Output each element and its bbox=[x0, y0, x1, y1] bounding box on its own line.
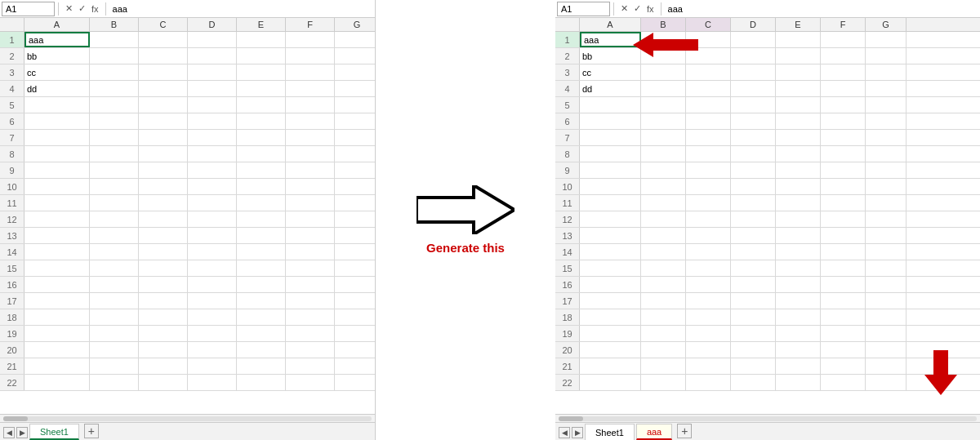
cell[interactable] bbox=[821, 162, 866, 178]
cell[interactable] bbox=[335, 375, 375, 390]
cell[interactable] bbox=[90, 195, 139, 211]
cell[interactable] bbox=[188, 293, 237, 309]
cell[interactable] bbox=[286, 211, 335, 227]
cell[interactable] bbox=[731, 64, 776, 80]
left-formula-input[interactable] bbox=[109, 2, 373, 16]
cell[interactable] bbox=[776, 244, 821, 260]
cell[interactable] bbox=[821, 146, 866, 162]
cell[interactable] bbox=[188, 342, 237, 358]
cell[interactable]: cc bbox=[24, 64, 90, 80]
cell[interactable] bbox=[90, 162, 139, 178]
left-name-box[interactable]: A1 bbox=[2, 2, 55, 16]
cell[interactable] bbox=[188, 244, 237, 260]
right-scrollbar-track[interactable] bbox=[559, 416, 977, 421]
cell[interactable] bbox=[335, 342, 375, 358]
cell[interactable] bbox=[237, 293, 286, 309]
cell[interactable] bbox=[866, 195, 906, 211]
cell[interactable] bbox=[866, 179, 906, 194]
cell[interactable] bbox=[821, 64, 866, 80]
cell[interactable] bbox=[90, 146, 139, 162]
cell[interactable] bbox=[580, 293, 641, 309]
right-col-header-g[interactable]: G bbox=[866, 18, 906, 31]
cell[interactable] bbox=[776, 358, 821, 374]
cell[interactable] bbox=[641, 326, 686, 341]
cell[interactable] bbox=[237, 97, 286, 113]
left-col-header-b[interactable]: B bbox=[90, 18, 139, 31]
cell[interactable] bbox=[641, 195, 686, 211]
cell[interactable] bbox=[139, 130, 188, 145]
cell[interactable] bbox=[641, 244, 686, 260]
cell[interactable] bbox=[286, 358, 335, 374]
cell[interactable] bbox=[286, 179, 335, 194]
cell[interactable] bbox=[139, 342, 188, 358]
cell[interactable] bbox=[580, 277, 641, 292]
cell[interactable] bbox=[821, 130, 866, 145]
right-col-header-d[interactable]: D bbox=[731, 18, 776, 31]
cell[interactable] bbox=[641, 309, 686, 325]
cell[interactable] bbox=[286, 130, 335, 145]
right-scrollbar[interactable] bbox=[555, 414, 980, 422]
right-name-box[interactable]: A1 bbox=[557, 2, 610, 16]
cell[interactable] bbox=[580, 375, 641, 390]
cell[interactable] bbox=[188, 146, 237, 162]
cell[interactable] bbox=[580, 260, 641, 276]
cell[interactable] bbox=[866, 113, 906, 129]
cell[interactable] bbox=[24, 195, 90, 211]
cell[interactable] bbox=[776, 342, 821, 358]
cell[interactable] bbox=[188, 81, 237, 96]
right-cancel-icon[interactable]: ✕ bbox=[619, 3, 630, 14]
right-col-header-b[interactable]: B bbox=[641, 18, 686, 31]
cell[interactable] bbox=[686, 162, 731, 178]
left-confirm-icon[interactable]: ✓ bbox=[77, 3, 87, 14]
cell[interactable] bbox=[731, 146, 776, 162]
cell[interactable] bbox=[90, 64, 139, 80]
cell[interactable] bbox=[139, 97, 188, 113]
cell[interactable] bbox=[866, 97, 906, 113]
cell[interactable]: dd bbox=[24, 81, 90, 96]
right-tab-next[interactable]: ▶ bbox=[572, 427, 583, 438]
right-col-header-c[interactable]: C bbox=[686, 18, 731, 31]
cell[interactable] bbox=[731, 162, 776, 178]
cell[interactable] bbox=[237, 260, 286, 276]
left-scrollbar-thumb[interactable] bbox=[3, 416, 28, 421]
cell[interactable] bbox=[237, 130, 286, 145]
cell[interactable] bbox=[686, 130, 731, 145]
cell[interactable] bbox=[580, 113, 641, 129]
cell[interactable] bbox=[286, 293, 335, 309]
cell[interactable] bbox=[335, 32, 375, 47]
cell[interactable] bbox=[335, 228, 375, 243]
cell[interactable] bbox=[686, 113, 731, 129]
cell[interactable] bbox=[286, 113, 335, 129]
cell[interactable] bbox=[821, 309, 866, 325]
cell[interactable] bbox=[90, 326, 139, 341]
cell[interactable] bbox=[237, 146, 286, 162]
cell[interactable] bbox=[731, 81, 776, 96]
cell[interactable] bbox=[686, 97, 731, 113]
left-col-header-a[interactable]: A bbox=[24, 18, 90, 31]
cell[interactable] bbox=[776, 113, 821, 129]
cell[interactable] bbox=[335, 358, 375, 374]
cell[interactable] bbox=[188, 211, 237, 227]
cell[interactable] bbox=[821, 113, 866, 129]
cell[interactable] bbox=[335, 64, 375, 80]
cell[interactable] bbox=[286, 342, 335, 358]
cell[interactable] bbox=[641, 293, 686, 309]
cell[interactable] bbox=[686, 146, 731, 162]
cell[interactable] bbox=[335, 113, 375, 129]
cell[interactable] bbox=[24, 260, 90, 276]
cell[interactable] bbox=[580, 130, 641, 145]
cell[interactable] bbox=[776, 228, 821, 243]
cell[interactable] bbox=[188, 195, 237, 211]
cell[interactable] bbox=[335, 146, 375, 162]
right-col-header-a[interactable]: A bbox=[580, 18, 641, 31]
cell[interactable] bbox=[90, 211, 139, 227]
cell[interactable] bbox=[580, 244, 641, 260]
cell[interactable] bbox=[776, 179, 821, 194]
cell[interactable] bbox=[580, 211, 641, 227]
right-sheet-tab-aaa[interactable]: aaa bbox=[636, 424, 672, 440]
cell[interactable] bbox=[776, 146, 821, 162]
cell[interactable] bbox=[580, 179, 641, 194]
cell[interactable] bbox=[90, 358, 139, 374]
cell[interactable] bbox=[188, 309, 237, 325]
cell[interactable] bbox=[776, 64, 821, 80]
